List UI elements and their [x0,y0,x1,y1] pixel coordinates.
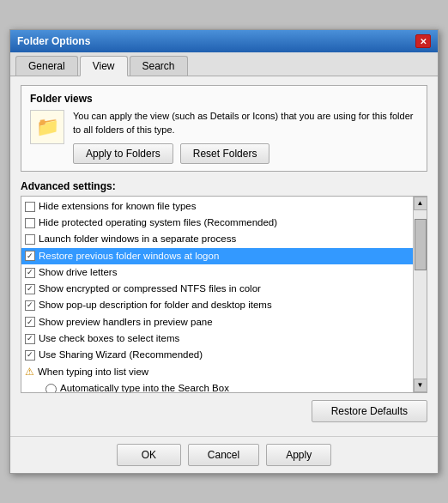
list-item[interactable]: ✓ Use check boxes to select items [21,330,413,347]
folder-options-window: Folder Options ✕ General View Search Fol… [9,29,439,474]
list-item-label: Launch folder windows in a separate proc… [39,232,236,246]
list-item[interactable]: Hide protected operating system files (R… [21,215,413,231]
tab-view[interactable]: View [80,56,128,76]
list-item-label: Show pop-up description for folder and d… [39,298,272,312]
folder-views-buttons: Apply to Folders Reset Folders [73,143,418,164]
list-item[interactable]: ✓ Show preview handlers in preview pane [21,314,413,330]
list-item-selected[interactable]: ✓ Restore previous folder windows at log… [21,248,413,264]
apply-to-folders-button[interactable]: Apply to Folders [73,143,173,164]
list-item[interactable]: ✓ Show pop-up description for folder and… [21,297,413,313]
scroll-thumb[interactable] [415,219,427,270]
list-item-label: Use check boxes to select items [39,331,179,346]
list-item[interactable]: ✓ Use Sharing Wizard (Recommended) [21,347,413,363]
list-item-label: Show drive letters [39,265,117,280]
apply-button[interactable]: Apply [266,444,331,466]
checkbox-icon[interactable]: ✓ [25,300,35,311]
scroll-down-button[interactable]: ▼ [414,379,427,392]
list-item-label: Automatically type into the Search Box [60,381,229,392]
list-item-label: Show encrypted or compressed NTFS files … [39,282,261,296]
list-inner: Hide extensions for known file types Hid… [21,197,413,392]
window-title: Folder Options [17,35,90,47]
folder-views-description: You can apply the view (such as Details … [73,110,418,136]
checkbox-icon[interactable]: ✓ [25,251,35,261]
ok-button[interactable]: OK [117,444,181,466]
list-item-label: Hide extensions for known file types [39,199,196,214]
list-item-label: Show preview handlers in preview pane [39,315,213,330]
scroll-track [415,210,427,379]
cancel-button[interactable]: Cancel [188,444,259,466]
checkbox-icon[interactable] [25,202,35,212]
footer-buttons: OK Cancel Apply [10,436,438,473]
folder-views-title: Folder views [30,93,418,105]
bottom-section: Restore Defaults [21,400,427,422]
list-item-label: Hide protected operating system files (R… [39,215,277,230]
tab-general[interactable]: General [15,56,78,76]
list-item[interactable]: Automatically type into the Search Box [21,380,413,392]
list-item[interactable]: Hide extensions for known file types [21,198,413,215]
content-area: Folder views 📁 You can apply the view (s… [10,76,438,436]
folder-views-section: Folder views 📁 You can apply the view (s… [21,85,427,172]
folder-views-inner: 📁 You can apply the view (such as Detail… [30,110,418,164]
advanced-settings-list: Hide extensions for known file types Hid… [21,196,427,393]
checkbox-icon[interactable] [25,218,35,228]
list-item-label: When typing into list view [38,365,148,379]
folder-icon: 📁 [30,110,64,144]
list-item[interactable]: ⚠ When typing into list view [21,363,413,380]
checkbox-icon[interactable]: ✓ [25,350,35,361]
title-bar-buttons: ✕ [415,34,431,48]
warning-icon: ⚠ [25,364,34,379]
checkbox-icon[interactable]: ✓ [25,317,35,327]
close-button[interactable]: ✕ [415,34,431,48]
scroll-up-button[interactable]: ▲ [414,197,427,210]
reset-folders-button[interactable]: Reset Folders [180,143,270,164]
checkbox-icon[interactable]: ✓ [25,334,35,344]
list-item-label: Restore previous folder windows at logon [39,249,219,264]
checkbox-icon[interactable]: ✓ [25,268,35,278]
checkbox-icon[interactable]: ✓ [25,284,35,294]
tab-bar: General View Search [10,52,438,76]
advanced-settings-label: Advanced settings: [21,180,427,192]
title-bar: Folder Options ✕ [10,30,438,52]
list-item-label: Use Sharing Wizard (Recommended) [39,348,203,362]
checkbox-icon[interactable] [25,234,35,245]
tab-search[interactable]: Search [130,56,188,76]
list-item[interactable]: ✓ Show encrypted or compressed NTFS file… [21,281,413,297]
list-item[interactable]: ✓ Show drive letters [21,264,413,281]
restore-defaults-button[interactable]: Restore Defaults [312,400,427,422]
scrollbar[interactable]: ▲ ▼ [413,197,427,392]
radio-button[interactable] [45,384,57,392]
list-item[interactable]: Launch folder windows in a separate proc… [21,231,413,247]
